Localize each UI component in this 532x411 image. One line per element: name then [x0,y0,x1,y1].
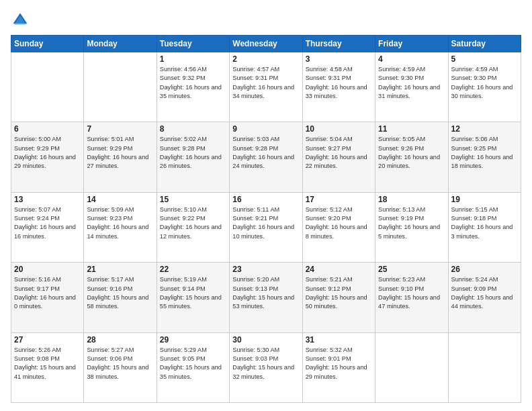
day-number: 29 [160,335,226,345]
calendar-cell: 24Sunrise: 5:21 AM Sunset: 9:12 PM Dayli… [302,263,375,332]
calendar-cell: 25Sunrise: 5:23 AM Sunset: 9:10 PM Dayli… [375,263,448,332]
weekday-header-monday: Monday [84,36,157,52]
day-number: 19 [451,195,518,204]
day-info: Sunrise: 5:24 AM Sunset: 9:09 PM Dayligh… [451,275,518,311]
day-info: Sunrise: 5:17 AM Sunset: 9:16 PM Dayligh… [87,275,153,311]
calendar-cell [375,332,448,402]
day-info: Sunrise: 5:30 AM Sunset: 9:03 PM Dayligh… [232,346,299,381]
day-info: Sunrise: 5:20 AM Sunset: 9:13 PM Dayligh… [232,275,299,311]
calendar-cell: 3Sunrise: 4:58 AM Sunset: 9:31 PM Daylig… [302,52,375,122]
calendar-cell: 1Sunrise: 4:56 AM Sunset: 9:32 PM Daylig… [157,52,229,122]
calendar-cell: 26Sunrise: 5:24 AM Sunset: 9:09 PM Dayli… [448,263,521,332]
weekday-header-friday: Friday [375,36,448,52]
week-row-4: 27Sunrise: 5:26 AM Sunset: 9:08 PM Dayli… [11,332,521,402]
day-number: 28 [87,335,153,345]
day-number: 18 [378,195,445,204]
day-number: 15 [160,195,226,204]
calendar-cell [84,52,157,122]
calendar-cell: 18Sunrise: 5:13 AM Sunset: 9:19 PM Dayli… [375,192,448,262]
calendar-cell: 15Sunrise: 5:10 AM Sunset: 9:22 PM Dayli… [157,192,229,262]
calendar-table: SundayMondayTuesdayWednesdayThursdayFrid… [11,35,521,403]
day-info: Sunrise: 5:27 AM Sunset: 9:06 PM Dayligh… [87,346,153,381]
day-info: Sunrise: 5:00 AM Sunset: 9:29 PM Dayligh… [14,135,81,171]
day-info: Sunrise: 4:58 AM Sunset: 9:31 PM Dayligh… [306,65,372,101]
weekday-header-saturday: Saturday [448,36,521,52]
day-info: Sunrise: 5:03 AM Sunset: 9:28 PM Dayligh… [232,135,299,171]
week-row-0: 1Sunrise: 4:56 AM Sunset: 9:32 PM Daylig… [11,52,521,122]
day-info: Sunrise: 5:21 AM Sunset: 9:12 PM Dayligh… [306,275,372,311]
day-number: 7 [87,124,153,134]
day-number: 12 [451,124,518,134]
calendar-cell [448,332,521,402]
calendar-cell: 12Sunrise: 5:06 AM Sunset: 9:25 PM Dayli… [448,122,521,192]
calendar-cell: 23Sunrise: 5:20 AM Sunset: 9:13 PM Dayli… [230,263,302,332]
day-number: 17 [306,195,372,204]
calendar-cell: 31Sunrise: 5:32 AM Sunset: 9:01 PM Dayli… [302,332,375,402]
day-number: 3 [306,54,372,64]
day-number: 9 [232,124,299,134]
calendar-cell: 30Sunrise: 5:30 AM Sunset: 9:03 PM Dayli… [230,332,302,402]
logo-icon [11,11,30,30]
weekday-header-thursday: Thursday [302,36,375,52]
day-number: 30 [232,335,299,345]
weekday-header-wednesday: Wednesday [230,36,302,52]
calendar-cell: 5Sunrise: 4:59 AM Sunset: 9:30 PM Daylig… [448,52,521,122]
day-number: 2 [232,54,299,64]
day-info: Sunrise: 5:10 AM Sunset: 9:22 PM Dayligh… [160,205,226,241]
week-row-2: 13Sunrise: 5:07 AM Sunset: 9:24 PM Dayli… [11,192,521,262]
day-info: Sunrise: 4:59 AM Sunset: 9:30 PM Dayligh… [451,65,518,101]
calendar-cell: 29Sunrise: 5:29 AM Sunset: 9:05 PM Dayli… [157,332,229,402]
page: SundayMondayTuesdayWednesdayThursdayFrid… [0,0,532,411]
day-number: 5 [451,54,518,64]
day-number: 25 [378,265,445,274]
day-info: Sunrise: 5:15 AM Sunset: 9:18 PM Dayligh… [451,205,518,241]
day-number: 13 [14,195,81,204]
day-info: Sunrise: 5:29 AM Sunset: 9:05 PM Dayligh… [160,346,226,381]
calendar-cell [11,52,84,122]
day-number: 24 [306,265,372,274]
day-info: Sunrise: 5:05 AM Sunset: 9:26 PM Dayligh… [378,135,445,171]
day-info: Sunrise: 4:59 AM Sunset: 9:30 PM Dayligh… [378,65,445,101]
calendar-cell: 11Sunrise: 5:05 AM Sunset: 9:26 PM Dayli… [375,122,448,192]
day-info: Sunrise: 5:09 AM Sunset: 9:23 PM Dayligh… [87,205,153,241]
calendar-cell: 16Sunrise: 5:11 AM Sunset: 9:21 PM Dayli… [230,192,302,262]
calendar-cell: 10Sunrise: 5:04 AM Sunset: 9:27 PM Dayli… [302,122,375,192]
day-info: Sunrise: 5:11 AM Sunset: 9:21 PM Dayligh… [232,205,299,241]
day-number: 31 [306,335,372,345]
calendar-cell: 20Sunrise: 5:16 AM Sunset: 9:17 PM Dayli… [11,263,84,332]
calendar-cell: 9Sunrise: 5:03 AM Sunset: 9:28 PM Daylig… [230,122,302,192]
day-number: 8 [160,124,226,134]
calendar-cell: 6Sunrise: 5:00 AM Sunset: 9:29 PM Daylig… [11,122,84,192]
day-number: 21 [87,265,153,274]
day-info: Sunrise: 5:12 AM Sunset: 9:20 PM Dayligh… [306,205,372,241]
day-number: 1 [160,54,226,64]
day-info: Sunrise: 4:57 AM Sunset: 9:31 PM Dayligh… [232,65,299,101]
day-info: Sunrise: 5:02 AM Sunset: 9:28 PM Dayligh… [160,135,226,171]
day-info: Sunrise: 5:07 AM Sunset: 9:24 PM Dayligh… [14,205,81,241]
day-number: 22 [160,265,226,274]
calendar-cell: 13Sunrise: 5:07 AM Sunset: 9:24 PM Dayli… [11,192,84,262]
weekday-header-tuesday: Tuesday [157,36,229,52]
day-number: 20 [14,265,81,274]
day-number: 4 [378,54,445,64]
calendar-cell: 21Sunrise: 5:17 AM Sunset: 9:16 PM Dayli… [84,263,157,332]
logo [11,11,32,30]
day-number: 27 [14,335,81,345]
weekday-header-row: SundayMondayTuesdayWednesdayThursdayFrid… [11,36,521,52]
day-info: Sunrise: 5:26 AM Sunset: 9:08 PM Dayligh… [14,346,81,381]
day-number: 14 [87,195,153,204]
calendar-cell: 4Sunrise: 4:59 AM Sunset: 9:30 PM Daylig… [375,52,448,122]
day-number: 16 [232,195,299,204]
header [11,11,521,30]
day-info: Sunrise: 5:23 AM Sunset: 9:10 PM Dayligh… [378,275,445,311]
day-info: Sunrise: 5:13 AM Sunset: 9:19 PM Dayligh… [378,205,445,241]
day-number: 6 [14,124,81,134]
day-info: Sunrise: 5:04 AM Sunset: 9:27 PM Dayligh… [306,135,372,171]
day-info: Sunrise: 5:01 AM Sunset: 9:29 PM Dayligh… [87,135,153,171]
calendar-cell: 22Sunrise: 5:19 AM Sunset: 9:14 PM Dayli… [157,263,229,332]
calendar-cell: 28Sunrise: 5:27 AM Sunset: 9:06 PM Dayli… [84,332,157,402]
day-info: Sunrise: 4:56 AM Sunset: 9:32 PM Dayligh… [160,65,226,101]
day-info: Sunrise: 5:06 AM Sunset: 9:25 PM Dayligh… [451,135,518,171]
week-row-3: 20Sunrise: 5:16 AM Sunset: 9:17 PM Dayli… [11,263,521,332]
day-info: Sunrise: 5:16 AM Sunset: 9:17 PM Dayligh… [14,275,81,311]
